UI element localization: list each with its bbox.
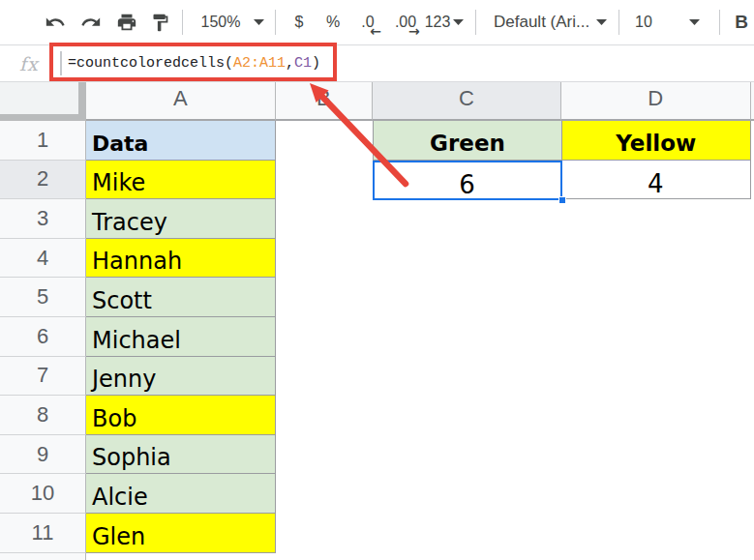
cell-A6[interactable]: Michael [86, 317, 276, 357]
row-9: 9 Sophia [0, 435, 754, 475]
cell-A8[interactable]: Bob [86, 396, 276, 435]
cell-B9[interactable] [276, 435, 374, 475]
cell-B4[interactable] [276, 239, 374, 279]
cell-D7[interactable] [561, 357, 751, 397]
cell-E8-sliver [751, 396, 754, 435]
cell-C4[interactable] [373, 239, 561, 279]
undo-button[interactable] [43, 0, 68, 44]
format-percent-button[interactable]: % [320, 0, 346, 44]
font-size-caret-icon[interactable] [689, 19, 700, 25]
cell-D6[interactable] [561, 317, 751, 357]
cell-C10[interactable] [373, 474, 561, 514]
formula-cell-arg: C1 [294, 55, 312, 72]
cell-C7[interactable] [373, 357, 561, 397]
formula-range-arg: A2:A11 [233, 55, 286, 72]
row-header-11[interactable]: 11 [0, 514, 86, 553]
font-size-select[interactable]: 10 [631, 0, 656, 44]
row-header-8[interactable]: 8 [0, 396, 86, 435]
zoom-caret-icon[interactable] [254, 19, 264, 25]
cell-D9[interactable] [561, 435, 751, 475]
column-header-a[interactable]: A [86, 82, 276, 121]
cell-D11[interactable] [561, 514, 751, 553]
cell-B3[interactable] [276, 199, 374, 239]
increase-decimal-button[interactable]: .00 → [389, 0, 422, 44]
formula-input[interactable]: =countcoloredcells(A2:A11,C1) [68, 45, 320, 81]
cell-D2[interactable]: 4 [561, 161, 751, 200]
column-header-b[interactable]: B [276, 82, 374, 121]
formula-suffix: ) [312, 55, 320, 72]
cell-B5[interactable] [276, 278, 374, 317]
cell-C9[interactable] [373, 435, 561, 475]
cell-C11[interactable] [373, 514, 561, 553]
cell-B1[interactable] [276, 121, 374, 161]
cell-D8[interactable] [561, 396, 751, 435]
formula-bar: fx =countcoloredcells(A2:A11,C1) [0, 45, 754, 82]
cell-E10-sliver [751, 474, 754, 514]
column-header-d[interactable]: D [561, 82, 751, 121]
cell-A3[interactable]: Tracey [86, 199, 276, 239]
cell-A2[interactable]: Mike [86, 161, 276, 200]
redo-button[interactable] [78, 0, 104, 44]
row-7: 7 Jenny [0, 357, 754, 397]
row-header-7[interactable]: 7 [0, 357, 86, 397]
cell-A5[interactable]: Scott [86, 278, 276, 317]
cell-A4[interactable]: Hannah [86, 239, 276, 279]
cell-C6[interactable] [373, 317, 561, 357]
cell-D3[interactable] [561, 199, 751, 239]
print-button[interactable] [114, 0, 139, 44]
cell-D10[interactable] [561, 474, 751, 514]
format-currency-button[interactable]: $ [287, 0, 311, 44]
toolbar-separator [618, 10, 619, 35]
cell-B2[interactable] [276, 161, 374, 200]
cell-C8[interactable] [373, 396, 561, 435]
cell-E12-sliver [751, 553, 754, 560]
selection-border-C2 [373, 161, 562, 200]
more-formats-label: 123 [425, 14, 451, 31]
cell-B7[interactable] [276, 357, 374, 397]
row-11: 11 Glen [0, 514, 754, 553]
font-name-select[interactable]: Default (Ari... [494, 0, 590, 44]
cell-A9[interactable]: Sophia [86, 435, 276, 475]
row-5: 5 Scott [0, 278, 754, 317]
select-all-corner-box[interactable] [0, 82, 86, 121]
row-header-3[interactable]: 3 [0, 199, 86, 239]
cell-B10[interactable] [276, 474, 374, 514]
cell-C12-sliver [373, 553, 561, 560]
cell-A7[interactable]: Jenny [86, 357, 276, 397]
cell-B6[interactable] [276, 317, 374, 357]
cell-A1[interactable]: Data [86, 121, 276, 161]
currency-icon: $ [295, 14, 304, 31]
row-header-4[interactable]: 4 [0, 239, 86, 279]
font-name-caret-icon[interactable] [596, 19, 607, 25]
row-10: 10 Alcie [0, 474, 754, 514]
cell-B8[interactable] [276, 396, 374, 435]
toolbar-separator [275, 10, 276, 35]
redo-icon [80, 12, 102, 33]
zoom-control[interactable]: 150% [194, 0, 248, 44]
cell-D1[interactable]: Yellow [561, 121, 751, 161]
percent-icon: % [326, 14, 340, 31]
cell-A10[interactable]: Alcie [86, 474, 276, 514]
row-header-2[interactable]: 2 [0, 161, 86, 200]
column-header-c[interactable]: C [373, 82, 561, 121]
cell-A11[interactable]: Glen [86, 514, 276, 553]
row-6: 6 Michael [0, 317, 754, 357]
row-header-10[interactable]: 10 [0, 474, 86, 514]
cell-D4[interactable] [561, 239, 751, 279]
bold-button[interactable]: B [729, 0, 754, 44]
cell-C1[interactable]: Green [373, 121, 561, 161]
more-formats-caret-icon[interactable] [453, 19, 464, 25]
cell-D5[interactable] [561, 278, 751, 317]
google-sheets-app: 150% $ % .0 ← .00 → 123 [0, 0, 754, 560]
more-formats-button[interactable]: 123 [423, 0, 452, 44]
row-header-9[interactable]: 9 [0, 435, 86, 475]
cell-C3[interactable] [373, 199, 561, 239]
selection-fill-handle[interactable] [558, 196, 566, 204]
row-header-1[interactable]: 1 [0, 121, 86, 161]
row-header-5[interactable]: 5 [0, 278, 86, 317]
decrease-decimal-button[interactable]: .0 ← [354, 0, 381, 44]
cell-C5[interactable] [373, 278, 561, 317]
cell-B11[interactable] [276, 514, 374, 553]
row-header-6[interactable]: 6 [0, 317, 86, 357]
paint-format-button[interactable] [147, 0, 172, 44]
